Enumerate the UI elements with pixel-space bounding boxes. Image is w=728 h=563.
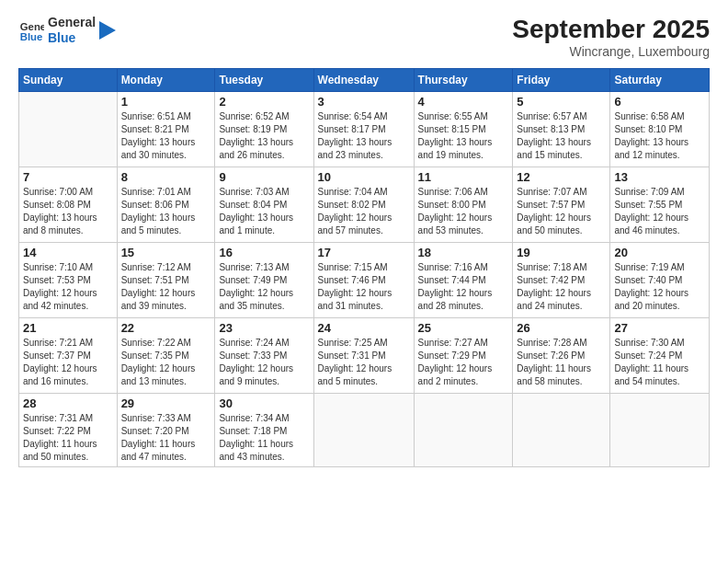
table-row: 15Sunrise: 7:12 AM Sunset: 7:51 PM Dayli… — [117, 243, 215, 318]
month-title: September 2025 — [512, 15, 710, 44]
day-info: Sunrise: 6:57 AM Sunset: 8:13 PM Dayligh… — [517, 110, 606, 162]
location: Wincrange, Luxembourg — [512, 44, 710, 59]
header-saturday: Saturday — [610, 69, 710, 92]
table-row: 9Sunrise: 7:03 AM Sunset: 8:04 PM Daylig… — [215, 167, 313, 243]
day-info: Sunrise: 7:03 AM Sunset: 8:04 PM Dayligh… — [219, 186, 309, 237]
day-info: Sunrise: 7:01 AM Sunset: 8:06 PM Dayligh… — [121, 186, 211, 237]
day-number: 6 — [614, 95, 705, 109]
day-number: 24 — [318, 321, 410, 335]
day-number: 26 — [517, 321, 606, 335]
title-block: September 2025 Wincrange, Luxembourg — [512, 15, 710, 59]
day-number: 22 — [121, 321, 211, 335]
svg-marker-3 — [99, 21, 116, 40]
day-info: Sunrise: 7:22 AM Sunset: 7:35 PM Dayligh… — [121, 337, 211, 388]
calendar-row: 1Sunrise: 6:51 AM Sunset: 8:21 PM Daylig… — [19, 92, 710, 167]
table-row: 23Sunrise: 7:24 AM Sunset: 7:33 PM Dayli… — [215, 318, 313, 394]
day-info: Sunrise: 6:58 AM Sunset: 8:10 PM Dayligh… — [614, 110, 705, 162]
table-row: 26Sunrise: 7:28 AM Sunset: 7:26 PM Dayli… — [513, 318, 610, 394]
day-number: 1 — [121, 95, 211, 109]
table-row — [513, 394, 610, 467]
day-info: Sunrise: 7:25 AM Sunset: 7:31 PM Dayligh… — [318, 337, 410, 388]
calendar-page: General Blue General Blue September 2025… — [0, 0, 728, 563]
day-number: 10 — [318, 170, 410, 184]
table-row: 29Sunrise: 7:33 AM Sunset: 7:20 PM Dayli… — [117, 394, 215, 467]
header: General Blue General Blue September 2025… — [18, 15, 710, 59]
table-row — [610, 394, 710, 467]
logo-blue: Blue — [48, 30, 96, 46]
table-row: 4Sunrise: 6:55 AM Sunset: 8:15 PM Daylig… — [414, 92, 513, 167]
day-number: 27 — [614, 321, 705, 335]
day-info: Sunrise: 7:28 AM Sunset: 7:26 PM Dayligh… — [517, 337, 606, 388]
weekday-header-row: Sunday Monday Tuesday Wednesday Thursday… — [19, 69, 710, 92]
header-friday: Friday — [513, 69, 610, 92]
day-number: 13 — [614, 170, 705, 184]
day-number: 16 — [219, 246, 309, 259]
calendar-row: 21Sunrise: 7:21 AM Sunset: 7:37 PM Dayli… — [19, 318, 710, 394]
day-info: Sunrise: 7:21 AM Sunset: 7:37 PM Dayligh… — [23, 337, 113, 388]
logo-flag-icon — [99, 21, 116, 40]
day-number: 19 — [517, 246, 606, 259]
table-row: 30Sunrise: 7:34 AM Sunset: 7:18 PM Dayli… — [215, 394, 313, 467]
day-info: Sunrise: 7:15 AM Sunset: 7:46 PM Dayligh… — [318, 261, 410, 313]
table-row — [414, 394, 513, 467]
table-row: 3Sunrise: 6:54 AM Sunset: 8:17 PM Daylig… — [313, 92, 414, 167]
logo-icon: General Blue — [18, 17, 44, 43]
header-thursday: Thursday — [414, 69, 513, 92]
table-row — [313, 394, 414, 467]
day-info: Sunrise: 7:30 AM Sunset: 7:24 PM Dayligh… — [614, 337, 705, 388]
day-info: Sunrise: 7:19 AM Sunset: 7:40 PM Dayligh… — [614, 261, 705, 313]
header-wednesday: Wednesday — [313, 69, 414, 92]
day-number: 25 — [418, 321, 509, 335]
table-row: 2Sunrise: 6:52 AM Sunset: 8:19 PM Daylig… — [215, 92, 313, 167]
day-info: Sunrise: 6:52 AM Sunset: 8:19 PM Dayligh… — [219, 110, 309, 162]
day-number: 7 — [23, 170, 113, 184]
table-row: 8Sunrise: 7:01 AM Sunset: 8:06 PM Daylig… — [117, 167, 215, 243]
day-number: 30 — [219, 396, 309, 410]
day-number: 28 — [23, 396, 113, 410]
day-number: 9 — [219, 170, 309, 184]
day-info: Sunrise: 6:55 AM Sunset: 8:15 PM Dayligh… — [418, 110, 509, 162]
table-row — [19, 92, 118, 167]
calendar-row: 14Sunrise: 7:10 AM Sunset: 7:53 PM Dayli… — [19, 243, 710, 318]
table-row: 6Sunrise: 6:58 AM Sunset: 8:10 PM Daylig… — [610, 92, 710, 167]
header-sunday: Sunday — [19, 69, 118, 92]
day-number: 23 — [219, 321, 309, 335]
day-info: Sunrise: 7:12 AM Sunset: 7:51 PM Dayligh… — [121, 261, 211, 313]
header-monday: Monday — [117, 69, 215, 92]
header-tuesday: Tuesday — [215, 69, 313, 92]
calendar-table: Sunday Monday Tuesday Wednesday Thursday… — [18, 68, 710, 467]
table-row: 27Sunrise: 7:30 AM Sunset: 7:24 PM Dayli… — [610, 318, 710, 394]
day-info: Sunrise: 7:33 AM Sunset: 7:20 PM Dayligh… — [121, 412, 211, 464]
day-number: 18 — [418, 246, 509, 259]
table-row: 7Sunrise: 7:00 AM Sunset: 8:08 PM Daylig… — [19, 167, 118, 243]
svg-text:Blue: Blue — [20, 30, 43, 41]
day-number: 12 — [517, 170, 606, 184]
day-info: Sunrise: 7:07 AM Sunset: 7:57 PM Dayligh… — [517, 186, 606, 237]
day-info: Sunrise: 7:13 AM Sunset: 7:49 PM Dayligh… — [219, 261, 309, 313]
day-info: Sunrise: 6:54 AM Sunset: 8:17 PM Dayligh… — [318, 110, 410, 162]
day-number: 8 — [121, 170, 211, 184]
day-number: 5 — [517, 95, 606, 109]
table-row: 10Sunrise: 7:04 AM Sunset: 8:02 PM Dayli… — [313, 167, 414, 243]
table-row: 22Sunrise: 7:22 AM Sunset: 7:35 PM Dayli… — [117, 318, 215, 394]
day-info: Sunrise: 7:00 AM Sunset: 8:08 PM Dayligh… — [23, 186, 113, 237]
table-row: 18Sunrise: 7:16 AM Sunset: 7:44 PM Dayli… — [414, 243, 513, 318]
table-row: 20Sunrise: 7:19 AM Sunset: 7:40 PM Dayli… — [610, 243, 710, 318]
day-number: 11 — [418, 170, 509, 184]
day-info: Sunrise: 7:09 AM Sunset: 7:55 PM Dayligh… — [614, 186, 705, 237]
day-number: 29 — [121, 396, 211, 410]
logo: General Blue General Blue — [18, 15, 116, 46]
day-info: Sunrise: 7:06 AM Sunset: 8:00 PM Dayligh… — [418, 186, 509, 237]
table-row: 13Sunrise: 7:09 AM Sunset: 7:55 PM Dayli… — [610, 167, 710, 243]
day-number: 21 — [23, 321, 113, 335]
day-info: Sunrise: 7:10 AM Sunset: 7:53 PM Dayligh… — [23, 261, 113, 313]
day-number: 15 — [121, 246, 211, 259]
day-info: Sunrise: 7:18 AM Sunset: 7:42 PM Dayligh… — [517, 261, 606, 313]
day-number: 3 — [318, 95, 410, 109]
table-row: 5Sunrise: 6:57 AM Sunset: 8:13 PM Daylig… — [513, 92, 610, 167]
table-row: 14Sunrise: 7:10 AM Sunset: 7:53 PM Dayli… — [19, 243, 118, 318]
table-row: 28Sunrise: 7:31 AM Sunset: 7:22 PM Dayli… — [19, 394, 118, 467]
table-row: 17Sunrise: 7:15 AM Sunset: 7:46 PM Dayli… — [313, 243, 414, 318]
day-number: 4 — [418, 95, 509, 109]
day-number: 2 — [219, 95, 309, 109]
